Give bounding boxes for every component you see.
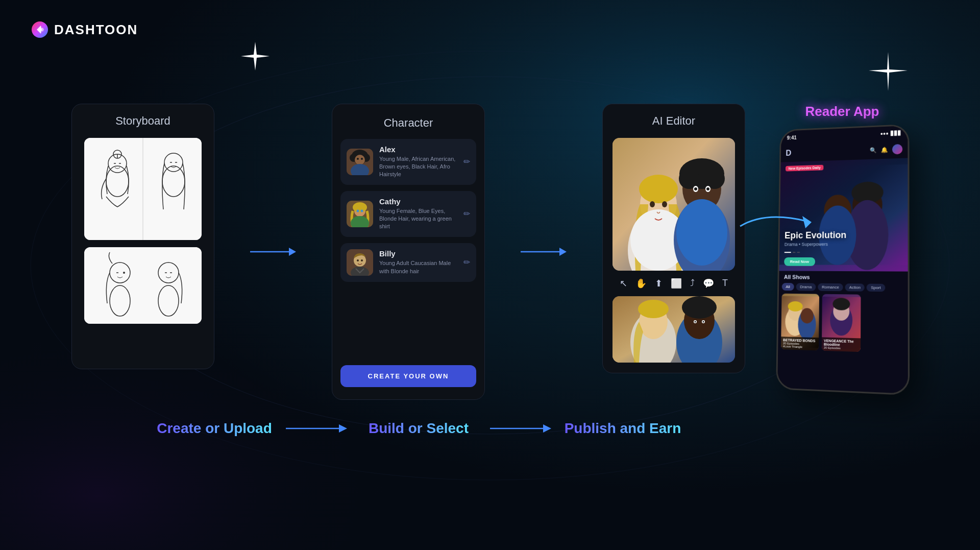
alex-desc: Young Male, African American, Brown eyes… [379, 155, 457, 179]
cathy-info: Cathy Young Female, Blue Eyes, Blonde Ha… [379, 197, 457, 231]
svg-point-53 [639, 175, 678, 203]
character-card: Character [332, 104, 485, 400]
svg-marker-49 [559, 248, 567, 256]
cathy-avatar [347, 201, 373, 227]
svg-point-75 [695, 321, 696, 322]
cathy-name: Cathy [379, 197, 457, 206]
alex-name: Alex [379, 145, 457, 154]
svg-point-61 [704, 169, 725, 189]
label-step1-text: Create or Upload [157, 420, 272, 436]
storyboard-card: Storyboard [71, 104, 214, 369]
create-your-own-button[interactable]: CREATE YOUR OWN [340, 365, 476, 387]
svg-marker-96 [339, 424, 347, 433]
phone-time: 9:41 [787, 134, 797, 140]
filter-sport[interactable]: Sport [867, 283, 885, 292]
svg-marker-98 [543, 424, 551, 433]
logo-icon [31, 20, 49, 39]
svg-point-41 [361, 209, 363, 212]
phone-read-button[interactable]: Read Now [784, 257, 815, 266]
storyboard-title: Storyboard [115, 114, 170, 128]
cathy-edit-icon[interactable]: ✏ [463, 209, 470, 219]
toolbar-frame-icon[interactable]: ⬜ [671, 278, 682, 289]
toolbar-text-icon[interactable]: T [722, 278, 728, 289]
svg-point-46 [361, 259, 363, 261]
svg-point-54 [650, 201, 655, 207]
character-billy[interactable]: Billy Young Adult Caucasian Male with Bl… [340, 243, 476, 282]
ai-editor-title: AI Editor [652, 114, 695, 128]
svg-point-39 [353, 202, 367, 212]
svg-point-35 [361, 158, 363, 160]
toolbar-share-icon[interactable]: ⤴ [690, 278, 695, 289]
svg-marker-78 [802, 216, 812, 228]
reader-app-section: Reader App 9:41 ●●● ▊▊▊ D [776, 104, 909, 390]
svg-point-34 [357, 158, 359, 160]
svg-point-63 [694, 187, 697, 190]
label-step1: Create or Upload [148, 420, 281, 437]
phone-nav-icons: 🔍 🔔 [870, 144, 902, 155]
arrow-label-2 [485, 422, 556, 435]
label-step3: Publish and Earn [556, 420, 689, 437]
phone-featured-dots [785, 252, 800, 253]
billy-info: Billy Young Adult Caucasian Male with Bl… [379, 249, 457, 275]
storyboard-sketch-top [84, 138, 202, 240]
storyboard-sketch-bottom [84, 247, 202, 324]
filter-romance[interactable]: Romance [818, 283, 843, 291]
label-step3-text: Publish and Earn [565, 420, 681, 436]
phone-screen: 9:41 ●●● ▊▊▊ D 🔍 🔔 [777, 125, 908, 393]
dot-2 [793, 252, 796, 253]
toolbar-comment-icon[interactable]: 💬 [703, 278, 714, 289]
phone-mockup: 9:41 ●●● ▊▊▊ D 🔍 🔔 [776, 124, 910, 395]
filter-drama[interactable]: Drama [796, 283, 816, 291]
editor-toolbar: ↖ ✋ ⬆ ⬜ ⤴ 💬 T [620, 278, 728, 289]
character-alex[interactable]: Alex Young Male, African American, Brown… [340, 139, 476, 185]
svg-rect-17 [84, 247, 202, 324]
label-step2-text: Build or Select [369, 420, 469, 436]
phone-status-icons: ●●● ▊▊▊ [880, 130, 902, 136]
svg-point-77 [703, 321, 704, 322]
cards-row: Storyboard [71, 104, 909, 400]
svg-point-73 [682, 296, 717, 319]
ai-editor-card: AI Editor [602, 104, 745, 373]
blue-arrow-icon [735, 206, 817, 249]
alex-info: Alex Young Male, African American, Brown… [379, 145, 457, 179]
svg-point-60 [679, 169, 699, 189]
svg-point-70 [638, 300, 669, 318]
filter-action[interactable]: Action [845, 283, 865, 292]
svg-point-65 [706, 187, 709, 190]
dot-1 [785, 252, 791, 253]
show-2-label: VENGEANCE The Bloodline 20 Episodes [822, 337, 861, 352]
billy-edit-icon[interactable]: ✏ [463, 257, 470, 267]
svg-marker-27 [289, 248, 296, 256]
toolbar-hand-icon[interactable]: ✋ [635, 278, 647, 289]
billy-name: Billy [379, 249, 457, 258]
svg-point-33 [355, 155, 365, 165]
logo-text: DASHTOON [54, 22, 138, 38]
label-step2: Build or Select [352, 420, 485, 437]
svg-point-55 [662, 201, 667, 207]
character-cathy[interactable]: Cathy Young Female, Blue Eyes, Blonde Ha… [340, 191, 476, 237]
phone-featured-badge: New Episodes Daily [786, 164, 824, 171]
phone-shows-grid: BETRAYED BONDS 20 Episodes #Love Triangl… [778, 293, 908, 353]
arrow-1 [245, 246, 301, 258]
dot-3 [797, 252, 800, 253]
cathy-desc: Young Female, Blue Eyes, Blonde Hair, we… [379, 207, 457, 231]
show-card-2[interactable]: VENGEANCE The Bloodline 20 Episodes [822, 294, 861, 351]
show-1-label: BETRAYED BONDS 20 Episodes #Love Triangl… [781, 337, 819, 350]
main-content: Storyboard [0, 0, 980, 550]
ai-editor-image-top [612, 138, 735, 271]
toolbar-upload-icon[interactable]: ⬆ [655, 278, 663, 289]
svg-point-66 [676, 199, 727, 266]
toolbar-select-icon[interactable]: ↖ [620, 278, 627, 289]
arrow-2 [516, 246, 572, 258]
arrow-label-1 [281, 422, 352, 435]
logo: DASHTOON [31, 20, 138, 39]
show-card-1[interactable]: BETRAYED BONDS 20 Episodes #Love Triangl… [781, 293, 819, 350]
alex-avatar [347, 149, 373, 175]
alex-edit-icon[interactable]: ✏ [463, 157, 470, 166]
phone-filter-row: All Drama Romance Action Sport [779, 282, 908, 295]
billy-desc: Young Adult Caucasian Male with Blonde h… [379, 259, 457, 275]
ai-editor-image-bottom [612, 296, 735, 363]
billy-avatar [347, 249, 373, 276]
labels-row: Create or Upload Build or Select Publish… [148, 420, 832, 437]
filter-all[interactable]: All [782, 283, 794, 291]
